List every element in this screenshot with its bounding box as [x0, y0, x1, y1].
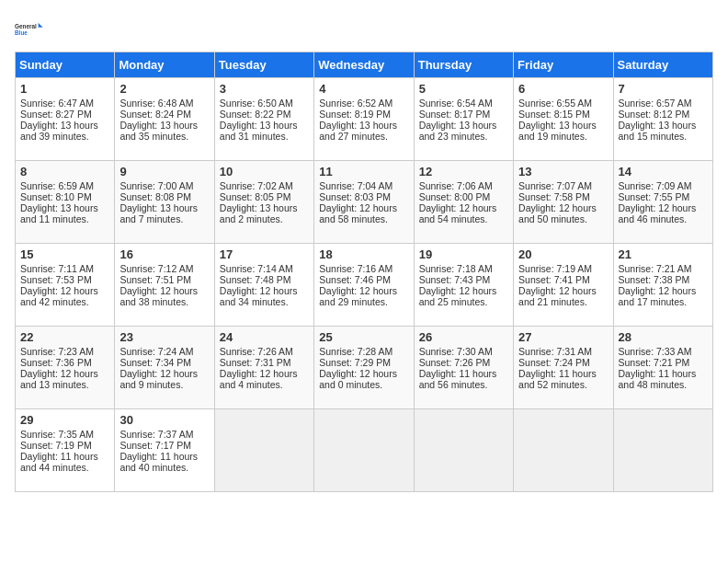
sunset: Sunset: 8:17 PM: [419, 109, 491, 120]
sunset: Sunset: 8:08 PM: [119, 191, 191, 202]
sunset: Sunset: 7:36 PM: [20, 357, 92, 368]
calendar-cell: 5Sunrise: 6:54 AMSunset: 8:17 PMDaylight…: [414, 78, 513, 161]
day-number: 23: [119, 330, 209, 344]
sunrise: Sunrise: 7:11 AM: [20, 263, 94, 274]
calendar-cell: 9Sunrise: 7:00 AMSunset: 8:08 PMDaylight…: [115, 161, 214, 244]
calendar-cell: 2Sunrise: 6:48 AMSunset: 8:24 PMDaylight…: [115, 78, 214, 161]
daylight-label: Daylight: 13 hours and 27 minutes.: [319, 120, 397, 142]
day-number: 9: [119, 165, 209, 178]
svg-text:General: General: [15, 23, 37, 29]
weekday-header-thursday: Thursday: [414, 52, 513, 78]
sunrise: Sunrise: 6:47 AM: [20, 98, 94, 109]
calendar-cell: 26Sunrise: 7:30 AMSunset: 7:26 PMDayligh…: [414, 327, 513, 409]
sunset: Sunset: 8:12 PM: [619, 109, 690, 120]
calendar-cell: 19Sunrise: 7:18 AMSunset: 7:43 PMDayligh…: [414, 244, 513, 327]
logo: GeneralBlue: [15, 15, 44, 44]
calendar-cell: 28Sunrise: 7:33 AMSunset: 7:21 PMDayligh…: [613, 327, 712, 409]
day-number: 17: [220, 247, 309, 261]
sunrise: Sunrise: 7:35 AM: [20, 429, 94, 440]
daylight-label: Daylight: 13 hours and 19 minutes.: [518, 120, 597, 142]
weekday-header-monday: Monday: [115, 52, 214, 78]
day-number: 10: [220, 165, 309, 178]
calendar-cell: 20Sunrise: 7:19 AMSunset: 7:41 PMDayligh…: [514, 244, 613, 327]
calendar-cell: [314, 409, 414, 492]
calendar-cell: 18Sunrise: 7:16 AMSunset: 7:46 PMDayligh…: [314, 244, 414, 327]
day-number: 5: [419, 82, 508, 96]
day-number: 18: [319, 247, 408, 261]
weekday-header-saturday: Saturday: [613, 52, 712, 78]
sunset: Sunset: 7:51 PM: [119, 274, 191, 285]
sunset: Sunset: 7:53 PM: [20, 274, 92, 285]
daylight-label: Daylight: 12 hours and 21 minutes.: [518, 285, 597, 307]
logo-icon: GeneralBlue: [15, 15, 44, 44]
sunset: Sunset: 7:46 PM: [319, 274, 391, 285]
calendar-cell: 8Sunrise: 6:59 AMSunset: 8:10 PMDaylight…: [16, 161, 115, 244]
weekday-header-row: SundayMondayTuesdayWednesdayThursdayFrid…: [16, 52, 713, 78]
sunrise: Sunrise: 7:30 AM: [419, 346, 493, 357]
calendar-cell: [214, 409, 313, 492]
svg-marker-2: [39, 23, 43, 28]
calendar-week-row: 8Sunrise: 6:59 AMSunset: 8:10 PMDaylight…: [16, 161, 713, 244]
weekday-header-sunday: Sunday: [16, 52, 115, 78]
calendar-cell: 25Sunrise: 7:28 AMSunset: 7:29 PMDayligh…: [314, 327, 414, 409]
calendar-week-row: 1Sunrise: 6:47 AMSunset: 8:27 PMDaylight…: [16, 78, 713, 161]
sunrise: Sunrise: 7:00 AM: [119, 180, 193, 191]
sunrise: Sunrise: 6:52 AM: [319, 98, 392, 109]
daylight-label: Daylight: 11 hours and 40 minutes.: [119, 451, 198, 473]
sunset: Sunset: 7:38 PM: [619, 274, 690, 285]
sunrise: Sunrise: 6:57 AM: [619, 98, 692, 109]
daylight-label: Daylight: 13 hours and 2 minutes.: [220, 202, 298, 224]
sunrise: Sunrise: 7:14 AM: [220, 263, 293, 274]
sunrise: Sunrise: 7:07 AM: [518, 180, 592, 191]
calendar-cell: 29Sunrise: 7:35 AMSunset: 7:19 PMDayligh…: [16, 409, 115, 492]
calendar-cell: 22Sunrise: 7:23 AMSunset: 7:36 PMDayligh…: [16, 327, 115, 409]
day-number: 16: [119, 247, 209, 261]
day-number: 24: [220, 330, 309, 344]
calendar-cell: 16Sunrise: 7:12 AMSunset: 7:51 PMDayligh…: [115, 244, 214, 327]
daylight-label: Daylight: 12 hours and 13 minutes.: [20, 368, 98, 390]
day-number: 27: [518, 330, 608, 344]
weekday-header-friday: Friday: [514, 52, 613, 78]
sunrise: Sunrise: 7:06 AM: [419, 180, 493, 191]
daylight-label: Daylight: 12 hours and 4 minutes.: [220, 368, 298, 390]
day-number: 11: [319, 165, 408, 178]
sunrise: Sunrise: 6:55 AM: [518, 98, 592, 109]
sunrise: Sunrise: 7:33 AM: [619, 346, 692, 357]
daylight-label: Daylight: 11 hours and 52 minutes.: [518, 368, 597, 390]
calendar-cell: 11Sunrise: 7:04 AMSunset: 8:03 PMDayligh…: [314, 161, 414, 244]
daylight-label: Daylight: 12 hours and 46 minutes.: [619, 202, 697, 224]
calendar-cell: 14Sunrise: 7:09 AMSunset: 7:55 PMDayligh…: [613, 161, 712, 244]
weekday-header-tuesday: Tuesday: [214, 52, 313, 78]
day-number: 14: [619, 165, 708, 178]
calendar-cell: 17Sunrise: 7:14 AMSunset: 7:48 PMDayligh…: [214, 244, 313, 327]
sunrise: Sunrise: 7:23 AM: [20, 346, 94, 357]
day-number: 7: [619, 82, 708, 96]
daylight-label: Daylight: 11 hours and 44 minutes.: [20, 451, 98, 473]
daylight-label: Daylight: 13 hours and 7 minutes.: [119, 202, 198, 224]
daylight-label: Daylight: 12 hours and 58 minutes.: [319, 202, 397, 224]
daylight-label: Daylight: 12 hours and 38 minutes.: [119, 285, 198, 307]
sunset: Sunset: 7:58 PM: [518, 191, 590, 202]
calendar-cell: 30Sunrise: 7:37 AMSunset: 7:17 PMDayligh…: [115, 409, 214, 492]
calendar-cell: 10Sunrise: 7:02 AMSunset: 8:05 PMDayligh…: [214, 161, 313, 244]
calendar-cell: 6Sunrise: 6:55 AMSunset: 8:15 PMDaylight…: [514, 78, 613, 161]
sunrise: Sunrise: 7:19 AM: [518, 263, 592, 274]
day-number: 28: [619, 330, 708, 344]
sunrise: Sunrise: 6:48 AM: [119, 98, 193, 109]
calendar-table: SundayMondayTuesdayWednesdayThursdayFrid…: [15, 52, 713, 492]
sunrise: Sunrise: 7:02 AM: [220, 180, 293, 191]
sunrise: Sunrise: 6:59 AM: [20, 180, 94, 191]
sunrise: Sunrise: 7:16 AM: [319, 263, 392, 274]
day-number: 13: [518, 165, 608, 178]
sunrise: Sunrise: 6:54 AM: [419, 98, 493, 109]
calendar-cell: 12Sunrise: 7:06 AMSunset: 8:00 PMDayligh…: [414, 161, 513, 244]
day-number: 30: [119, 413, 209, 427]
calendar-cell: [514, 409, 613, 492]
day-number: 26: [419, 330, 508, 344]
day-number: 21: [619, 247, 708, 261]
sunset: Sunset: 7:17 PM: [119, 440, 191, 451]
sunset: Sunset: 8:22 PM: [220, 109, 291, 120]
sunset: Sunset: 8:24 PM: [119, 109, 191, 120]
daylight-label: Daylight: 12 hours and 50 minutes.: [518, 202, 597, 224]
sunrise: Sunrise: 7:31 AM: [518, 346, 592, 357]
